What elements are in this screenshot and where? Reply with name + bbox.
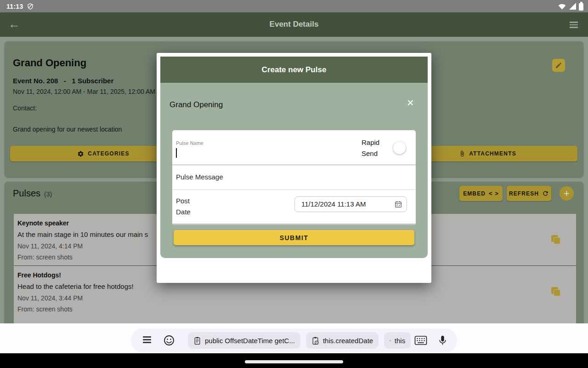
event-title: Grand Opening xyxy=(13,57,86,69)
input-menu-icon[interactable] xyxy=(143,336,151,345)
event-number-subscribers: Event No. 208 - 1 Subscriber xyxy=(13,77,113,85)
refresh-icon xyxy=(542,190,549,197)
pulse-message-row[interactable]: Pulse Message xyxy=(172,165,416,190)
event-contact-label: Contact: xyxy=(13,104,37,112)
chip-label: public OffsetDateTime getC... xyxy=(205,337,295,345)
calendar-icon[interactable] xyxy=(394,200,402,210)
pulses-count: (3) xyxy=(44,190,52,198)
clipped-chip-wrapper: this xyxy=(384,332,411,349)
page-title: Event Details xyxy=(0,20,588,29)
event-description: Grand opening for our newest location xyxy=(13,126,122,133)
attachments-label: ATTACHMENTS xyxy=(469,150,516,157)
post-date-value: 11/12/2024 11:13 AM xyxy=(301,200,366,208)
shield-icon xyxy=(27,3,34,10)
rapid-send-toggle[interactable] xyxy=(393,142,406,154)
pulse-message-label: Pulse Message xyxy=(176,173,223,181)
clipboard-clock-icon xyxy=(311,336,319,345)
chip-label: this.createdDate xyxy=(323,337,373,345)
copy-icon[interactable] xyxy=(551,287,561,297)
gear-icon xyxy=(77,150,84,157)
modal-body: Grand Opening × Pulse Name Rapid Send Pu… xyxy=(160,83,428,258)
form-bottom-strip xyxy=(172,224,416,225)
keyboard-suggestion-area: public OffsetDateTime getC... this.creat… xyxy=(0,323,588,353)
copy-icon[interactable] xyxy=(551,235,561,245)
status-time: 11:13 xyxy=(6,3,23,10)
clipboard-suggestion-chip[interactable]: public OffsetDateTime getC... xyxy=(188,332,300,349)
overflow-menu-icon[interactable] xyxy=(570,22,578,29)
battery-icon xyxy=(579,3,583,11)
app-bar: ← Event Details xyxy=(0,12,588,37)
mic-icon[interactable] xyxy=(438,334,447,346)
refresh-button[interactable]: REFRESH xyxy=(507,186,551,201)
screen: 11:13 ← Event Details Grand Opening Even… xyxy=(0,0,588,368)
pulse-from: From: screen shots xyxy=(17,305,548,313)
post-date-row: Post Date 11/12/2024 11:13 AM xyxy=(172,190,416,223)
edit-event-button[interactable] xyxy=(552,59,565,72)
add-pulse-button[interactable]: + xyxy=(560,186,574,201)
modal-title: Create new Pulse xyxy=(262,65,327,75)
home-indicator[interactable] xyxy=(245,360,343,363)
close-icon[interactable]: × xyxy=(407,97,414,109)
emoji-icon[interactable] xyxy=(163,334,175,346)
modal-event-name: Grand Opening xyxy=(170,100,223,109)
paperclip-icon xyxy=(459,150,465,157)
wifi-icon xyxy=(558,3,566,10)
pulse-form: Pulse Name Rapid Send Pulse Message Post… xyxy=(172,130,416,225)
keyboard-icon[interactable] xyxy=(414,335,427,345)
refresh-label: REFRESH xyxy=(509,190,539,197)
suggestion-pill: public OffsetDateTime getC... this.creat… xyxy=(131,328,457,352)
clipboard-icon xyxy=(193,336,201,345)
pulse-name-label: Pulse Name xyxy=(176,140,204,146)
pulse-name-row: Pulse Name Rapid Send xyxy=(172,130,416,165)
pencil-icon xyxy=(555,62,562,69)
pulse-name-input[interactable] xyxy=(174,147,367,161)
embed-button[interactable]: EMBED < > xyxy=(459,186,503,201)
post-date-input[interactable]: 11/12/2024 11:13 AM xyxy=(294,196,407,212)
event-date-range: Nov 11, 2024, 12:00 AM - Mar 11, 2025, 1… xyxy=(13,88,155,95)
submit-button[interactable]: SUBMIT xyxy=(174,230,414,245)
signal-icon xyxy=(569,3,576,10)
pulse-message: Head to the cafeteria for free hotdogs! xyxy=(17,282,548,290)
pulses-title: Pulses(3) xyxy=(13,188,52,199)
embed-label: EMBED xyxy=(463,190,486,197)
code-icon: < > xyxy=(489,190,499,197)
categories-label: CATEGORIES xyxy=(88,150,129,157)
rapid-send-label: Rapid Send xyxy=(362,137,386,159)
status-right-icons xyxy=(558,0,583,12)
clipboard-suggestion-chip[interactable]: this.createdDate xyxy=(306,332,379,349)
clipboard-suggestion-chip[interactable]: this xyxy=(384,332,411,349)
modal-header: Create new Pulse xyxy=(160,57,428,83)
pulse-date: Nov 11, 2024, 3:44 PM xyxy=(17,294,548,302)
post-date-label: Post Date xyxy=(176,196,197,218)
status-bar: 11:13 xyxy=(0,0,588,12)
chip-label: this xyxy=(395,337,405,345)
clipboard-clock-icon xyxy=(390,336,391,345)
navigation-bar xyxy=(0,353,588,368)
create-pulse-modal: Create new Pulse Grand Opening × Pulse N… xyxy=(157,53,431,283)
